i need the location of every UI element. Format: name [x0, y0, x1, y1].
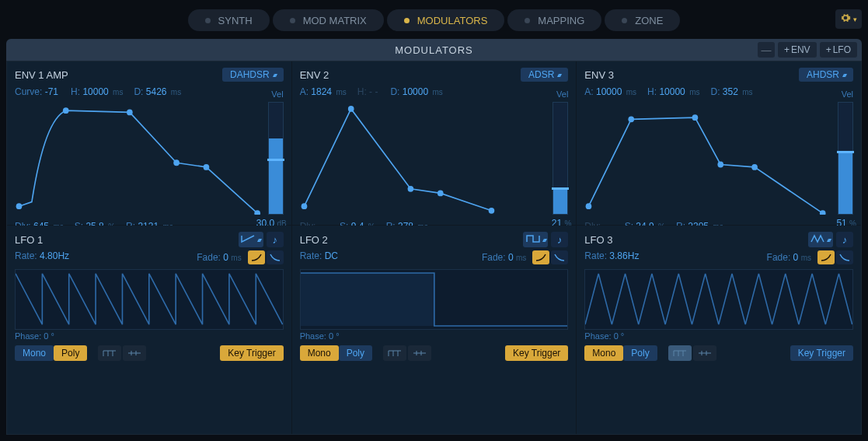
mono-button[interactable]: Mono	[584, 345, 623, 361]
svg-rect-17	[301, 273, 434, 326]
poly-button[interactable]: Poly	[54, 345, 87, 361]
tab-dot-icon	[205, 18, 211, 23]
svg-point-3	[173, 159, 180, 166]
updown-icon: ▴▾	[842, 72, 845, 79]
mono-poly-toggle: Mono Poly	[300, 345, 372, 361]
tab-label: MOD MATRIX	[303, 15, 367, 26]
env-param[interactable]: H: - -	[357, 86, 380, 97]
updown-icon: ▴▾	[257, 236, 260, 243]
svg-point-0	[16, 203, 23, 209]
settings-gear-button[interactable]: ▾	[835, 9, 862, 29]
svg-point-14	[718, 162, 724, 168]
add-lfo-button[interactable]: + LFO	[820, 42, 857, 58]
env-param[interactable]: D: 5426 ms	[134, 86, 181, 97]
poly-button[interactable]: Poly	[339, 345, 372, 361]
lfo-rate[interactable]: Rate: 4.80Hz	[15, 250, 69, 264]
svg-point-8	[407, 186, 413, 192]
env-param[interactable]: D: 352 ms	[710, 86, 752, 97]
plus-icon: +	[784, 44, 790, 55]
lfo-waveform-display[interactable]	[15, 269, 284, 330]
env-graph[interactable]: Vel 51 %	[584, 102, 853, 215]
env-param[interactable]: A: 10000 ms	[584, 86, 636, 97]
retrigger-mode-1-button[interactable]	[383, 345, 406, 361]
fade-in-curve-button[interactable]	[532, 250, 549, 264]
lfo-fade[interactable]: Fade: 0 ms	[197, 252, 241, 263]
lfo-shape-select[interactable]: ▴▾	[239, 232, 263, 247]
retrigger-mode-1-button[interactable]	[668, 345, 692, 361]
env-param[interactable]: Curve: -71	[15, 86, 60, 97]
retrigger-mode-2-button[interactable]	[408, 345, 431, 361]
retrigger-mode-1-button[interactable]	[98, 345, 121, 361]
fade-in-curve-button[interactable]	[248, 250, 265, 264]
env-mode-label: ADSR	[528, 69, 554, 80]
fade-out-curve-button[interactable]	[551, 250, 568, 264]
lfo-rate[interactable]: Rate: 3.86Hz	[584, 250, 639, 264]
section-title: MODULATORS	[6, 44, 862, 56]
lfo-phase[interactable]: Phase: 0 °	[584, 331, 853, 341]
tab-modulators[interactable]: MODULATORS	[387, 9, 505, 31]
lfo-sync-button[interactable]: ♪	[836, 232, 853, 247]
key-trigger-button[interactable]: Key Trigger	[220, 345, 283, 361]
env-title: ENV 2	[300, 69, 329, 81]
lfo-waveform-display[interactable]	[300, 269, 569, 330]
svg-point-12	[629, 116, 635, 122]
lfo-fade[interactable]: Fade: 0 ms	[767, 252, 811, 263]
lfo-shape-icon	[241, 234, 255, 246]
svg-point-11	[586, 203, 592, 209]
tab-label: MODULATORS	[417, 15, 488, 26]
tab-zone[interactable]: ZONE	[605, 9, 680, 31]
env-mode-select[interactable]: DAHDSR ▴▾	[222, 68, 284, 82]
svg-point-10	[488, 208, 494, 214]
mono-poly-toggle: Mono Poly	[584, 345, 657, 361]
lfo-phase[interactable]: Phase: 0 °	[15, 331, 284, 341]
fade-out-curve-button[interactable]	[836, 250, 853, 264]
key-trigger-button[interactable]: Key Trigger	[790, 345, 853, 361]
mono-poly-toggle: Mono Poly	[15, 345, 87, 361]
fade-in-curve-button[interactable]	[817, 250, 835, 264]
vel-label: Vel	[271, 89, 283, 99]
add-lfo-label: LFO	[833, 44, 851, 55]
svg-point-2	[127, 110, 133, 116]
env-mode-select[interactable]: ADSR ▴▾	[521, 68, 568, 82]
tab-mod-matrix[interactable]: MOD MATRIX	[273, 9, 384, 31]
lfo-shape-select[interactable]: ▴▾	[523, 232, 548, 247]
vel-slider[interactable]	[838, 102, 853, 215]
vel-slider[interactable]	[553, 102, 568, 215]
env-graph[interactable]: Vel 30.0 dB	[15, 102, 284, 215]
env-mode-select[interactable]: AHDSR ▴▾	[799, 68, 853, 82]
collapse-button[interactable]: —	[758, 42, 775, 58]
note-icon: ♪	[557, 234, 563, 246]
svg-point-13	[692, 114, 699, 121]
env-param[interactable]: H: 10000 ms	[647, 86, 699, 97]
vel-slider[interactable]	[268, 102, 284, 215]
mono-button[interactable]: Mono	[15, 345, 54, 361]
lfo-shape-select[interactable]: ▴▾	[808, 232, 833, 247]
lfo-phase[interactable]: Phase: 0 °	[300, 331, 569, 341]
key-trigger-button[interactable]: Key Trigger	[505, 345, 568, 361]
retrigger-mode-2-button[interactable]	[693, 345, 716, 361]
lfo-fade[interactable]: Fade: 0 ms	[482, 252, 526, 263]
env-panel-2: ENV 2 ADSR ▴▾ A: 1824 ms H: - - D: 10000…	[292, 61, 577, 225]
updown-icon: ▴▾	[542, 236, 546, 243]
poly-button[interactable]: Poly	[623, 345, 657, 361]
tab-mapping[interactable]: MAPPING	[507, 9, 601, 31]
add-env-button[interactable]: + ENV	[778, 42, 817, 58]
note-icon: ♪	[842, 234, 848, 246]
lfo-rate[interactable]: Rate: DC	[300, 250, 338, 264]
retrigger-mode-2-button[interactable]	[123, 345, 146, 361]
gear-icon	[840, 12, 851, 26]
env-param[interactable]: A: 1824 ms	[300, 86, 347, 97]
plus-icon: +	[826, 44, 831, 55]
mono-button[interactable]: Mono	[300, 345, 339, 361]
env-mode-label: DAHDSR	[230, 69, 270, 80]
env-param[interactable]: D: 10000 ms	[390, 86, 442, 97]
env-graph[interactable]: Vel 21 %	[300, 102, 569, 215]
svg-point-7	[348, 106, 354, 112]
tab-dot-icon	[290, 18, 295, 23]
lfo-sync-button[interactable]: ♪	[551, 232, 568, 247]
lfo-waveform-display[interactable]	[584, 269, 853, 330]
tab-synth[interactable]: SYNTH	[188, 9, 270, 31]
fade-out-curve-button[interactable]	[267, 250, 284, 264]
env-param[interactable]: H: 10000 ms	[71, 86, 123, 97]
lfo-sync-button[interactable]: ♪	[267, 232, 284, 247]
